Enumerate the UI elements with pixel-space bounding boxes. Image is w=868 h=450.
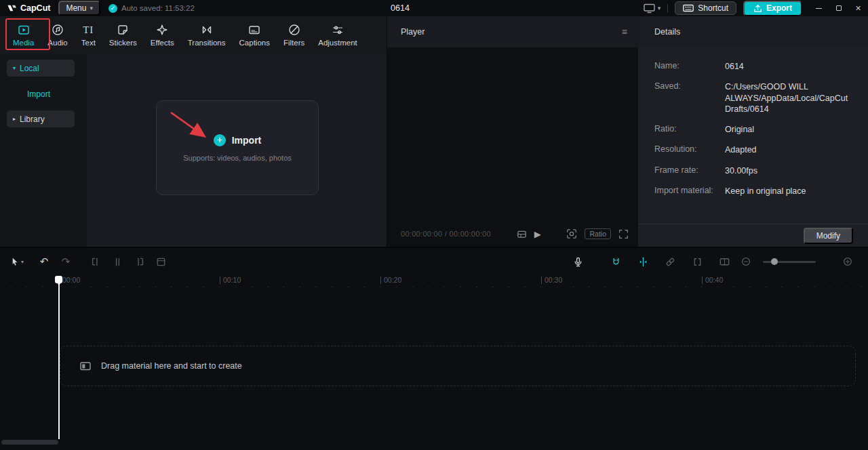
audio-icon (51, 23, 64, 37)
tab-stickers[interactable]: Stickers (104, 23, 142, 47)
chevron-down-icon: ▾ (21, 259, 24, 265)
zoom-in-button[interactable] (837, 253, 859, 270)
minimize-icon (816, 8, 822, 9)
player-panel: Player ≡ 00:00:00:00 / 00:00:00:00 ▶ Rat… (387, 16, 638, 247)
tab-captions[interactable]: Captions (235, 23, 275, 47)
detail-row-ratio: Ratio: Original (654, 124, 852, 135)
microphone-button[interactable] (567, 253, 589, 270)
player-title: Player (401, 27, 425, 37)
media-placeholder-icon (79, 360, 92, 372)
display-mode-dropdown[interactable]: ▾ (644, 3, 661, 14)
media-content-area: + Import Supports: videos, audios, photo… (87, 54, 387, 247)
freeze-frame-icon[interactable] (150, 253, 172, 270)
import-dropzone[interactable]: + Import Supports: videos, audios, photo… (156, 100, 319, 195)
media-tabbar: Media Audio TI Text Stickers Effects (0, 16, 387, 53)
titlebar-divider (667, 4, 668, 13)
chevron-down-icon: ▾ (13, 65, 16, 71)
horizontal-scrollbar[interactable] (1, 440, 58, 445)
media-icon (17, 23, 31, 37)
details-panel: Details Name: 0614 Saved: C:/Users/GOOD … (638, 16, 868, 247)
frame-list-icon[interactable] (517, 229, 527, 239)
autosave-check-icon: ✓ (108, 4, 117, 13)
cursor-icon (9, 256, 20, 267)
details-footer: Modify (638, 224, 868, 247)
transition-icon (200, 23, 214, 37)
tab-filters[interactable]: Filters (279, 23, 309, 47)
media-panel: Media Audio TI Text Stickers Effects (0, 16, 387, 247)
detail-row-saved: Saved: C:/Users/GOOD WILL ALWAYS/AppData… (654, 81, 852, 115)
play-button[interactable]: ▶ (534, 229, 541, 239)
player-menu-icon[interactable]: ≡ (622, 26, 627, 37)
media-sidebar: ▾ Local Import ▸ Library (0, 54, 87, 247)
delete-right-icon[interactable] (128, 253, 150, 270)
shortcut-button[interactable]: Shortcut (675, 1, 736, 15)
filter-icon (288, 23, 301, 37)
timeline-toolbar: ▾ ↶ ↷ (0, 248, 868, 275)
player-timecode: 00:00:00:00 / 00:00:00:00 (401, 230, 491, 238)
autosave-text: Auto saved: 11:53:22 (121, 4, 195, 12)
sidebar-item-local[interactable]: ▾ Local (7, 60, 75, 77)
modify-button[interactable]: Modify (804, 228, 853, 244)
capcut-logo-icon (7, 3, 17, 13)
tab-transitions[interactable]: Transitions (183, 23, 231, 47)
project-title: 0614 (353, 3, 448, 13)
ruler-label: 00:30 (545, 277, 562, 284)
main-track-magnet-toggle[interactable] (605, 253, 627, 270)
autosave-status: ✓ Auto saved: 11:53:22 (108, 4, 195, 13)
playhead-handle[interactable] (55, 276, 62, 283)
detail-row-framerate: Frame rate: 30.00fps (654, 165, 852, 176)
ruler-label: 00:00 (62, 277, 80, 284)
fullscreen-icon[interactable] (618, 229, 629, 239)
bracket-select-toggle[interactable] (686, 253, 708, 270)
sidebar-item-import[interactable]: Import (27, 89, 87, 99)
chevron-down-icon: ▾ (658, 5, 661, 12)
captions-icon (248, 23, 261, 37)
close-button[interactable]: ✕ (848, 0, 868, 16)
capcut-logo-text: CapCut (20, 3, 50, 13)
chevron-right-icon: ▸ (13, 116, 16, 122)
link-toggle[interactable] (659, 253, 681, 270)
auto-snap-toggle[interactable] (632, 253, 654, 270)
timeline-zoom-slider[interactable] (763, 261, 816, 263)
keyboard-icon (683, 3, 694, 13)
ruler-label: 00:20 (384, 277, 401, 284)
player-viewport (387, 47, 638, 221)
export-button[interactable]: Export (743, 1, 802, 16)
close-icon: ✕ (855, 4, 861, 13)
tab-text[interactable]: TI Text (77, 23, 100, 47)
zoom-out-button[interactable] (735, 253, 757, 270)
tab-audio[interactable]: Audio (43, 23, 72, 47)
export-icon (753, 4, 762, 13)
split-icon[interactable] (106, 253, 128, 270)
maximize-icon (836, 5, 842, 11)
preview-axis-toggle[interactable] (713, 253, 735, 270)
focus-preview-icon[interactable] (566, 228, 577, 239)
redo-button[interactable]: ↷ (55, 253, 77, 270)
tab-adjustment[interactable]: Adjustment (313, 23, 362, 47)
dropzone-hint: Drag material here and start to create (101, 361, 242, 371)
maximize-button[interactable] (829, 0, 848, 16)
track-dropzone[interactable]: Drag material here and start to create (60, 346, 856, 386)
playhead-line (58, 282, 60, 439)
ratio-button[interactable]: Ratio (585, 228, 611, 239)
titlebar: CapCut Menu ▾ ✓ Auto saved: 11:53:22 061… (0, 0, 868, 16)
sidebar-item-library[interactable]: ▸ Library (7, 110, 75, 127)
minimize-button[interactable] (809, 0, 829, 16)
timeline-ruler[interactable]: 00:00 00:10 00:20 00:30 00:40 (0, 275, 868, 287)
sliders-icon (331, 23, 344, 37)
import-supports-hint: Supports: videos, audios, photos (183, 154, 292, 162)
zoom-slider-thumb[interactable] (771, 258, 778, 265)
sparkle-icon (155, 23, 169, 37)
undo-button[interactable]: ↶ (33, 253, 55, 270)
select-tool-button[interactable]: ▾ (9, 256, 24, 267)
timeline-panel: ▾ ↶ ↷ (0, 247, 868, 450)
monitor-icon (644, 3, 655, 14)
tab-effects[interactable]: Effects (146, 23, 179, 47)
menu-button[interactable]: Menu ▾ (58, 1, 100, 16)
delete-left-icon[interactable] (85, 253, 106, 270)
details-title: Details (638, 16, 868, 47)
plus-icon: + (214, 134, 226, 146)
import-button[interactable]: + Import (214, 134, 262, 146)
player-controls: 00:00:00:00 / 00:00:00:00 ▶ Ratio (387, 221, 638, 247)
tab-media[interactable]: Media (8, 23, 39, 47)
